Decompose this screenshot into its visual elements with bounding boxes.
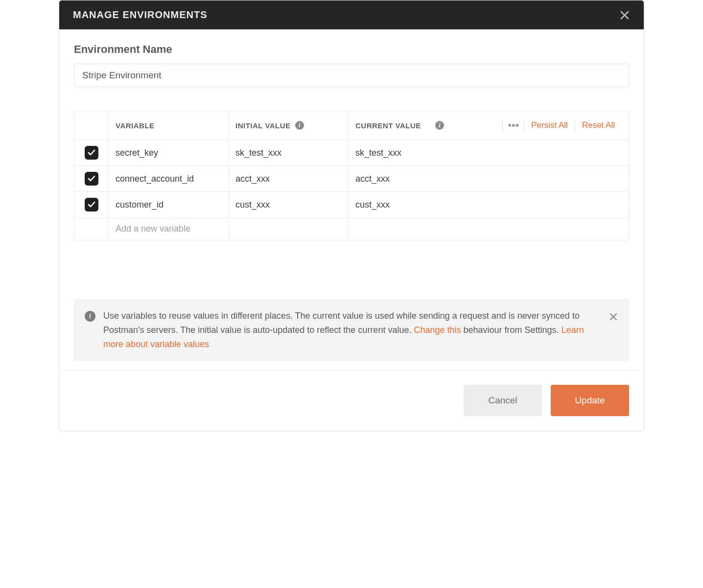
table-row: secret_key sk_test_xxx sk_test_xxx (74, 140, 629, 165)
modal-body: Environment Name VARIABLE INITIAL VALUE … (59, 29, 644, 299)
reset-all-link[interactable]: Reset All (575, 120, 622, 130)
environment-name-input[interactable] (74, 64, 629, 87)
current-value-cell[interactable]: cust_xxx (349, 192, 629, 217)
col-variable-label: VARIABLE (116, 121, 155, 130)
modal-footer: Cancel Update (59, 370, 644, 431)
dismiss-banner-icon[interactable] (609, 312, 618, 326)
close-icon[interactable] (619, 10, 630, 21)
col-current-label: CURRENT VALUE (355, 121, 421, 130)
current-value-cell[interactable]: acct_xxx (349, 166, 629, 191)
table-row: customer_id cust_xxx cust_xxx (74, 191, 629, 217)
environment-name-label: Environment Name (74, 43, 629, 56)
add-variable-input[interactable]: Add a new variable (109, 218, 229, 240)
row-checkbox[interactable] (85, 172, 98, 186)
row-checkbox-empty (74, 218, 109, 240)
update-button[interactable]: Update (551, 385, 629, 416)
change-behaviour-link[interactable]: Change this (414, 325, 461, 335)
col-initial: INITIAL VALUE i (229, 111, 349, 140)
info-icon[interactable]: i (295, 121, 304, 130)
row-checkbox[interactable] (85, 146, 98, 160)
row-checkbox[interactable] (85, 198, 98, 212)
col-checkbox (74, 111, 109, 140)
variable-cell[interactable]: customer_id (109, 192, 229, 217)
variables-table: VARIABLE INITIAL VALUE i CURRENT VALUE i… (74, 111, 629, 240)
initial-value-cell[interactable] (229, 218, 349, 240)
variable-cell[interactable]: connect_account_id (109, 166, 229, 191)
col-initial-label: INITIAL VALUE (235, 121, 291, 130)
current-value-cell[interactable] (349, 218, 629, 240)
persist-all-link[interactable]: Persist All (524, 120, 575, 130)
table-header: VARIABLE INITIAL VALUE i CURRENT VALUE i… (74, 111, 629, 140)
more-icon[interactable]: ••• (503, 120, 524, 131)
cancel-button[interactable]: Cancel (464, 385, 542, 416)
table-row-new: Add a new variable (74, 217, 629, 240)
manage-environments-modal: MANAGE ENVIRONMENTS Environment Name VAR… (59, 0, 644, 431)
modal-titlebar: MANAGE ENVIRONMENTS (59, 0, 644, 29)
info-icon: i (85, 311, 95, 322)
col-variable: VARIABLE (109, 111, 229, 140)
modal-title: MANAGE ENVIRONMENTS (73, 9, 208, 21)
variable-cell[interactable]: secret_key (109, 140, 229, 165)
initial-value-cell[interactable]: cust_xxx (229, 192, 349, 217)
table-header-actions: ••• Persist All Reset All (502, 119, 622, 132)
table-row: connect_account_id acct_xxx acct_xxx (74, 165, 629, 191)
current-value-cell[interactable]: sk_test_xxx (349, 140, 629, 165)
col-current: CURRENT VALUE i ••• Persist All Reset Al… (349, 111, 629, 140)
info-banner-message: Use variables to reuse values in differe… (103, 309, 601, 351)
info-text: behaviour from Settings. (461, 325, 562, 335)
initial-value-cell[interactable]: sk_test_xxx (229, 140, 349, 165)
initial-value-cell[interactable]: acct_xxx (229, 166, 349, 191)
info-icon[interactable]: i (435, 121, 444, 130)
info-banner: i Use variables to reuse values in diffe… (74, 299, 629, 361)
